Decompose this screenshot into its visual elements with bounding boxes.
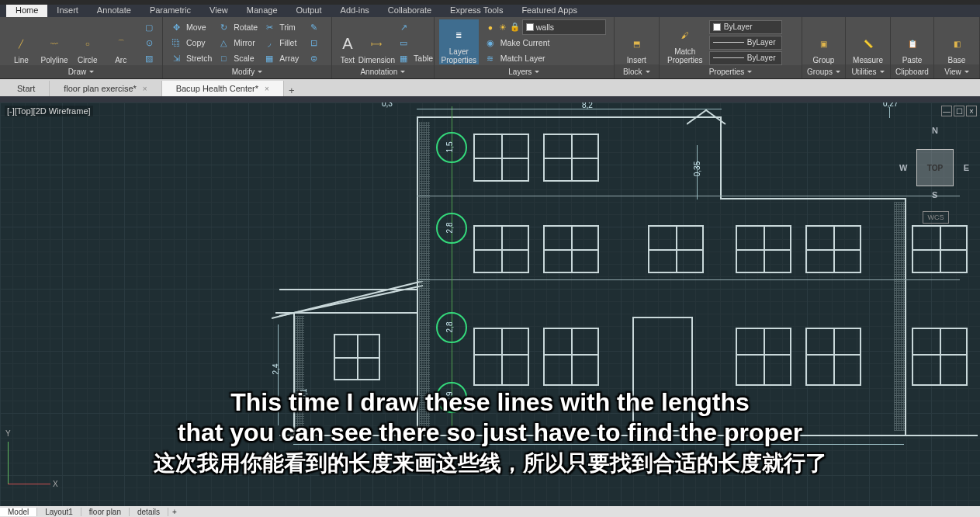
add-layout-tab[interactable]: + xyxy=(168,508,181,516)
new-file-tab[interactable]: + xyxy=(284,85,300,96)
panel-layers: ≣Layer Properties ● ☀ 🔒 walls ◉Make Curr… xyxy=(435,17,615,78)
layout-tab-details[interactable]: details xyxy=(130,508,168,516)
dimension-button[interactable]: ⟼Dimension xyxy=(358,19,395,64)
viewcube[interactable]: N S W E TOP xyxy=(904,126,966,200)
match-properties-button[interactable]: 🖌Match Properties xyxy=(664,19,706,64)
layout-tab-model[interactable]: Model xyxy=(0,508,37,516)
dim-2: 2,8 xyxy=(445,223,454,234)
measure-button[interactable]: 📏Measure xyxy=(850,19,885,64)
arc-button[interactable]: ⌒Arc xyxy=(104,19,137,64)
dim-top: 8,2 xyxy=(582,102,593,109)
array-button[interactable]: ▦Array xyxy=(261,50,302,65)
bulb-icon[interactable]: ● xyxy=(485,22,496,33)
match-layer-button[interactable]: ≋Match Layer xyxy=(482,50,609,65)
matchprop-icon: 🖌 xyxy=(674,24,696,46)
fillet-button[interactable]: ◞Fillet xyxy=(261,35,302,50)
tab-output[interactable]: Output xyxy=(287,3,331,17)
base-button[interactable]: ◧Base xyxy=(939,19,975,64)
file-tabs: Start floor plan exercise*× Bacup Health… xyxy=(0,79,980,96)
panel-view: ◧Base View xyxy=(934,17,980,78)
tab-expresstools[interactable]: Express Tools xyxy=(441,3,512,17)
rotate-button[interactable]: ↻Rotate xyxy=(215,19,261,34)
panel-properties-label[interactable]: Properties xyxy=(660,65,802,78)
color-dropdown[interactable]: ByLayer xyxy=(706,19,785,34)
trim-icon: ✂ xyxy=(264,22,275,33)
file-tab-floorplan[interactable]: floor plan exercise*× xyxy=(50,81,161,96)
tab-addins[interactable]: Add-ins xyxy=(331,3,379,17)
panel-groups-label[interactable]: Groups xyxy=(802,64,845,78)
polyline-button[interactable]: 〰Polyline xyxy=(38,19,71,64)
layout-tabs: Model Layout1 floor plan details + xyxy=(0,506,980,517)
table-button[interactable]: ▦Table xyxy=(395,50,436,65)
tab-collaborate[interactable]: Collaborate xyxy=(379,3,441,17)
group-button[interactable]: ▣Group xyxy=(807,19,840,64)
compass-n: N xyxy=(932,126,938,135)
scale-icon: □ xyxy=(218,53,229,64)
panel-view-label[interactable]: View xyxy=(934,64,979,78)
circle-icon: ○ xyxy=(77,33,99,54)
paste-button[interactable]: 📋Paste xyxy=(895,19,929,64)
close-icon[interactable]: × xyxy=(143,85,147,93)
dimension-icon: ⟼ xyxy=(365,33,387,54)
tab-insert[interactable]: Insert xyxy=(47,3,88,17)
dim-top-r: 0,27 xyxy=(883,102,898,108)
tab-home[interactable]: Home xyxy=(6,3,47,17)
anno-misc[interactable]: ▭ xyxy=(395,35,436,50)
wcs-label[interactable]: WCS xyxy=(923,211,949,224)
copy-button[interactable]: ⿻Copy xyxy=(168,35,215,50)
make-current-button[interactable]: ◉Make Current xyxy=(482,35,609,50)
leader-button[interactable]: ↗ xyxy=(395,19,436,34)
table-icon: ▦ xyxy=(398,53,409,64)
panel-annotation: AText ⟼Dimension ↗ ▭ ▦Table Annotation xyxy=(332,17,435,78)
panel-layers-label[interactable]: Layers xyxy=(435,65,614,78)
panel-annotation-label[interactable]: Annotation xyxy=(332,65,434,78)
modify-misc-1[interactable]: ✎ xyxy=(305,19,322,34)
svg-line-1 xyxy=(272,281,423,318)
viewcube-face[interactable]: TOP xyxy=(916,149,954,186)
mirror-button[interactable]: △Mirror xyxy=(215,35,261,50)
layout-tab-layout1[interactable]: Layout1 xyxy=(37,508,81,516)
modify-misc-3[interactable]: ⊜ xyxy=(305,50,322,65)
panel-draw-label[interactable]: Draw xyxy=(0,65,162,78)
linetype-dropdown[interactable]: ByLayer xyxy=(706,50,785,65)
tab-featuredapps[interactable]: Featured Apps xyxy=(512,3,587,17)
tab-annotate[interactable]: Annotate xyxy=(88,3,140,17)
tab-manage[interactable]: Manage xyxy=(237,3,287,17)
layout-tab-floorplan[interactable]: floor plan xyxy=(81,508,130,516)
draw-misc-1[interactable]: ▢ xyxy=(140,19,158,34)
trim-button[interactable]: ✂Trim xyxy=(261,19,302,34)
layer-dropdown[interactable]: walls xyxy=(522,19,606,35)
compass-e: E xyxy=(964,163,969,172)
dim-3: 2,8 xyxy=(445,322,454,333)
lineweight-dropdown[interactable]: ByLayer xyxy=(706,35,785,50)
panel-modify-label[interactable]: Modify xyxy=(163,65,331,78)
scale-button[interactable]: □Scale xyxy=(215,50,261,65)
panel-block-label[interactable]: Block xyxy=(615,64,659,78)
panel-properties: 🖌Match Properties ByLayer ByLayer ByLaye… xyxy=(660,17,802,78)
sun-icon[interactable]: ☀ xyxy=(497,22,508,33)
move-button[interactable]: ✥Move xyxy=(168,19,215,34)
stretch-button[interactable]: ⇲Stretch xyxy=(168,50,215,65)
draw-misc-2[interactable]: ⊙ xyxy=(140,35,158,50)
file-tab-bacup[interactable]: Bacup Health Center*× xyxy=(162,81,284,96)
tab-parametric[interactable]: Parametric xyxy=(140,3,200,17)
circle-button[interactable]: ○Circle xyxy=(71,19,105,64)
layer-properties-button[interactable]: ≣Layer Properties xyxy=(439,19,479,64)
draw-misc-3[interactable]: ▨ xyxy=(140,50,158,65)
stretch-icon: ⇲ xyxy=(171,53,182,64)
tab-view[interactable]: View xyxy=(200,3,237,17)
close-icon[interactable]: × xyxy=(265,85,269,93)
file-tab-start[interactable]: Start xyxy=(3,81,50,96)
move-icon: ✥ xyxy=(171,22,182,33)
drawing-content: 1,5 2,8 2,8 0,9 8,2 0,3 0,27 0,35 2,4 0,… xyxy=(0,102,980,506)
modify-misc-2[interactable]: ⊡ xyxy=(305,35,322,50)
panel-utilities-label[interactable]: Utilities xyxy=(846,64,890,78)
lock-icon[interactable]: 🔒 xyxy=(510,22,521,33)
text-button[interactable]: AText xyxy=(337,19,358,64)
mirror-icon: △ xyxy=(218,37,229,48)
insert-button[interactable]: ⬒Insert xyxy=(619,19,654,64)
drawing-viewport[interactable]: [-][Top][2D Wireframe] — ☐ × xyxy=(0,102,980,506)
group-icon: ▣ xyxy=(813,33,835,54)
line-button[interactable]: ╱Line xyxy=(5,19,38,64)
polyline-icon: 〰 xyxy=(43,33,65,54)
